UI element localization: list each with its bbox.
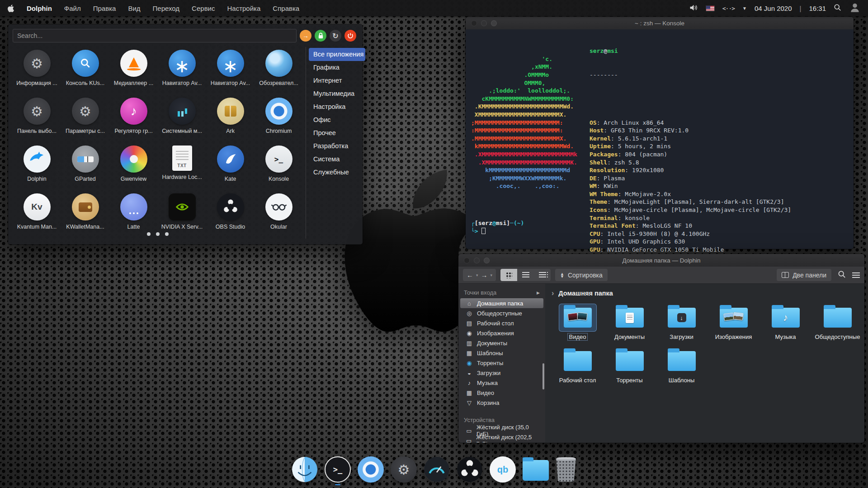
place-item[interactable]: ◉ Изображения	[460, 328, 543, 338]
sort-button[interactable]: ▲▼ Сортировка	[555, 269, 608, 281]
app-tile-system-settings[interactable]: Параметры с...	[61, 95, 109, 143]
search-input[interactable]	[13, 29, 297, 42]
place-item[interactable]: ▤ Рабочий стол	[460, 318, 543, 328]
category-item[interactable]: Прочее	[309, 127, 365, 140]
search-icon[interactable]	[834, 4, 841, 13]
category-item[interactable]: Графика	[309, 61, 365, 74]
place-item[interactable]: ◒ Загрузки	[460, 368, 543, 378]
folder-music[interactable]: ♪ Музыка	[760, 304, 811, 347]
details-view-button[interactable]	[534, 269, 551, 281]
app-tile-navigator-1[interactable]: Навигатор Av...	[158, 47, 206, 95]
dock-trash[interactable]	[556, 457, 576, 485]
chevron-right-icon[interactable]: ▶	[537, 291, 540, 295]
place-item[interactable]: ▽ Корзина	[460, 398, 543, 408]
keyboard-layout-icon[interactable]: <··>	[722, 5, 735, 12]
maximize-button[interactable]	[491, 20, 497, 26]
search-icon[interactable]	[838, 270, 846, 280]
forward-history-caret[interactable]: ▾	[491, 273, 493, 277]
place-item[interactable]: ▥ Документы	[460, 338, 543, 348]
back-button[interactable]: ←	[467, 271, 473, 279]
place-item[interactable]: ◉ Торренты	[460, 358, 543, 368]
category-item[interactable]: Интернет	[309, 74, 365, 87]
app-tile-ark[interactable]: Ark	[206, 95, 255, 143]
dock-files[interactable]	[523, 460, 549, 485]
category-item[interactable]: Разработка	[309, 140, 365, 153]
folder-documents[interactable]: Документы	[604, 304, 656, 347]
maximize-button[interactable]	[484, 258, 490, 263]
restart-button[interactable]: ↻	[330, 30, 341, 42]
app-tile-konsole[interactable]: >_Konsole	[255, 143, 303, 191]
app-tile-dolphin[interactable]: Dolphin	[13, 143, 61, 191]
back-history-caret[interactable]: ▾	[476, 273, 478, 277]
place-item[interactable]: ▦ Видео	[460, 388, 543, 398]
category-item[interactable]: Офис	[309, 113, 365, 127]
app-tile-kuser-console[interactable]: Консоль KUs...	[61, 47, 109, 95]
category-item[interactable]: Мультимедиа	[309, 87, 365, 100]
app-tile-browser[interactable]: Обозревател...	[255, 47, 303, 95]
app-tile-volume-control[interactable]: Регулятор гр...	[109, 95, 158, 143]
breadcrumb[interactable]: › Домашняя папка	[552, 287, 864, 299]
close-button[interactable]	[464, 258, 470, 263]
app-tile-chromium[interactable]: Chromium	[255, 95, 303, 143]
icons-view-button[interactable]	[500, 269, 517, 281]
folder-view[interactable]: › Домашняя папка Видео Документы ↓ Загру…	[545, 284, 864, 442]
close-button[interactable]	[471, 20, 477, 26]
app-tile-system-monitor[interactable]: Системный м...	[158, 95, 206, 143]
konsole-titlebar[interactable]: ~ : zsh — Konsole	[466, 17, 854, 29]
device-item[interactable]: ▭ Жёсткий диск (202,5 ГиБ)	[460, 436, 543, 442]
app-tile-gwenview[interactable]: Gwenview	[109, 143, 158, 191]
chevron-down-icon[interactable]: ▼	[742, 6, 747, 11]
app-tile-vlc[interactable]: Медиаплеер ...	[109, 47, 158, 95]
logout-button[interactable]: →	[300, 30, 311, 42]
menubar-date[interactable]: 04 Jun 2020	[755, 5, 792, 12]
menubar-clock[interactable]: 16:31	[809, 5, 826, 12]
dock-chromium[interactable]	[358, 456, 384, 485]
app-tile-info-center[interactable]: Информация ...	[13, 47, 61, 95]
menubar-menu-item[interactable]: Файл	[64, 5, 81, 12]
dock-system-monitor[interactable]	[424, 456, 450, 485]
terminal-body[interactable]: 'c. ,xNMM. .OMMMMo OMMM0, .;loddo:' lool…	[466, 29, 854, 249]
category-item[interactable]: Система	[309, 153, 365, 166]
lock-button[interactable]	[315, 30, 326, 42]
list-view-button[interactable]	[517, 269, 534, 281]
menubar-menu-item[interactable]: Настройка	[227, 5, 260, 12]
menubar-menu-item[interactable]: Справка	[273, 5, 299, 12]
minimize-button[interactable]	[474, 258, 480, 263]
dock-system-settings[interactable]: ⚙	[391, 456, 417, 485]
place-item[interactable]: ▦ Шаблоны	[460, 348, 543, 358]
shutdown-button[interactable]	[344, 30, 356, 42]
sidebar-scrollbar[interactable]	[542, 363, 544, 389]
split-view-button[interactable]: Две панели	[777, 269, 831, 281]
category-item[interactable]: Настройка	[309, 100, 365, 113]
folder-public[interactable]: Общедоступные	[811, 304, 863, 347]
place-item[interactable]: ♪ Музыка	[460, 378, 543, 388]
page-dot[interactable]	[147, 232, 151, 236]
dock-obs[interactable]	[457, 456, 483, 485]
category-item[interactable]: Служебные	[309, 166, 365, 179]
app-tile-gparted[interactable]: GParted	[61, 143, 109, 191]
speaker-icon[interactable]	[689, 4, 698, 13]
folder-pictures[interactable]: Изображения	[708, 304, 760, 347]
app-tile-navigator-2[interactable]: Навигатор Av...	[206, 47, 255, 95]
folder-torrents[interactable]: Торренты	[604, 347, 656, 390]
dock-finder[interactable]	[292, 456, 318, 485]
hamburger-menu-icon[interactable]	[852, 272, 860, 278]
menubar-menu-item[interactable]: Вид	[128, 5, 140, 12]
page-dot[interactable]	[156, 232, 160, 236]
user-avatar-icon[interactable]	[849, 2, 861, 15]
dock-terminal[interactable]: >_	[325, 456, 351, 485]
forward-button[interactable]: →	[481, 271, 488, 279]
us-flag-icon[interactable]	[706, 5, 715, 11]
page-dot[interactable]	[165, 232, 169, 236]
app-tile-kate[interactable]: Kate	[206, 143, 255, 191]
minimize-button[interactable]	[481, 20, 487, 26]
menubar-menu-item[interactable]: Переход	[153, 5, 180, 12]
folder-videos[interactable]: Видео	[552, 304, 604, 347]
app-tile-panel-chooser[interactable]: Панель выбо...	[13, 95, 61, 143]
menubar-menu-item[interactable]: Сервис	[192, 5, 215, 12]
menubar-menu-item[interactable]: Правка	[93, 5, 116, 12]
place-item[interactable]: ⌂ Домашняя папка	[460, 298, 543, 308]
category-item[interactable]: Все приложения	[309, 48, 365, 61]
active-app-name[interactable]: Dolphin	[27, 5, 52, 12]
apple-menu-icon[interactable]	[7, 4, 14, 13]
